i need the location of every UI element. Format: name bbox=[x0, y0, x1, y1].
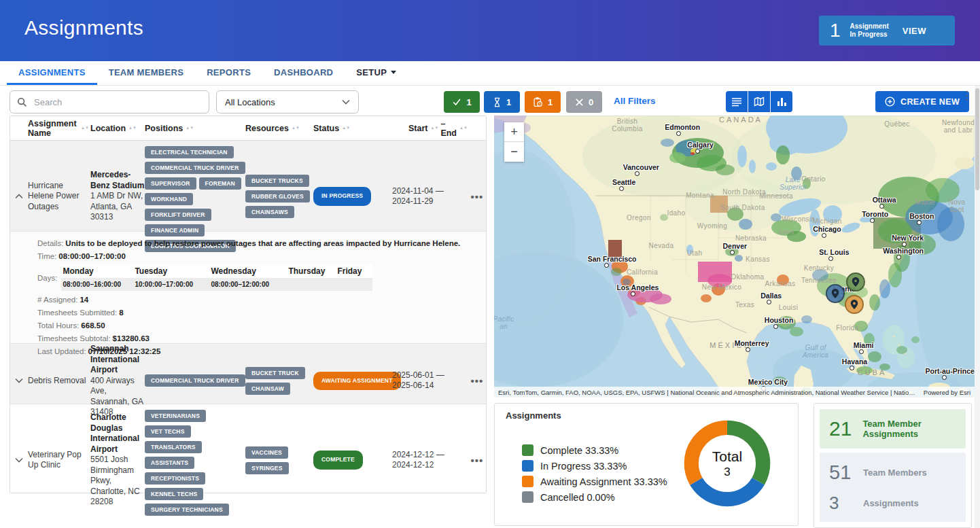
location-pin-icon bbox=[825, 283, 845, 304]
map-region-label: New Mexico bbox=[702, 283, 741, 291]
toolbar-overflow-menu[interactable]: ⋮ bbox=[961, 92, 970, 99]
map-region-label: Idaho bbox=[667, 209, 685, 217]
city-dot-icon bbox=[631, 292, 635, 296]
chevron-down-icon bbox=[15, 378, 23, 383]
city-dot-icon bbox=[942, 375, 947, 380]
map-region-label: Tennessee bbox=[801, 277, 837, 284]
assignment-location: Mercedes-Benz Stadium 1 AMB Dr NW, Atlan… bbox=[90, 141, 145, 252]
position-chip: KENNEL TECHS bbox=[145, 488, 203, 500]
collapse-row-button[interactable] bbox=[10, 141, 28, 252]
resource-chip: SYRINGES bbox=[245, 462, 289, 474]
powered-by-esri: Powered by Esri bbox=[924, 389, 970, 396]
search-box bbox=[10, 90, 209, 113]
day-hours bbox=[336, 278, 372, 291]
chevron-down-icon bbox=[391, 71, 396, 74]
date-range: 2024-11-04 —2024-11-29 bbox=[392, 141, 467, 252]
row-menu-button[interactable]: ••• bbox=[467, 141, 487, 252]
row-menu-button[interactable]: ••• bbox=[467, 404, 487, 516]
chevron-up-icon bbox=[15, 194, 23, 199]
map-region-label: CANADA bbox=[719, 116, 763, 124]
zoom-out-button[interactable]: − bbox=[504, 142, 524, 162]
filter-complete-button[interactable]: 1 bbox=[444, 91, 480, 113]
table-row[interactable]: Debris Removal Savannah International Ai… bbox=[10, 343, 486, 404]
status-badge: AWAITING ASSIGNMENT bbox=[313, 372, 401, 391]
map-pin-complete-charlotte[interactable] bbox=[845, 272, 866, 295]
status-badge: COMPLETE bbox=[313, 451, 363, 470]
tab-setup[interactable]: SETUP bbox=[345, 61, 408, 85]
donut-center-label: Total 3 bbox=[676, 412, 779, 515]
list-view-button[interactable] bbox=[726, 91, 748, 112]
summary-stats-card: 21 Team Member Assignments 51 Team Membe… bbox=[813, 403, 972, 528]
location-pin-icon bbox=[844, 294, 864, 315]
bar-chart-icon bbox=[777, 97, 787, 107]
scrollbar-thumb[interactable] bbox=[975, 88, 979, 190]
table-row[interactable]: Hurricane Helene Power Outages Mercedes-… bbox=[10, 141, 486, 231]
map-region-label: Nebraska bbox=[735, 234, 767, 242]
col-positions[interactable]: Positions▲▼ bbox=[145, 124, 245, 133]
in-progress-count: 1 bbox=[830, 20, 841, 41]
day-header: Monday bbox=[61, 264, 133, 278]
city-dot-icon bbox=[917, 220, 922, 225]
map-view-button[interactable] bbox=[748, 91, 770, 112]
filter-awaiting-button[interactable]: 1 bbox=[525, 91, 561, 113]
zoom-in-button[interactable]: + bbox=[504, 122, 524, 142]
map-region-label: Minnesota bbox=[759, 192, 793, 200]
table-row[interactable]: Veterinary Pop Up Clinic Charlotte Dougl… bbox=[10, 404, 486, 493]
map-icon bbox=[754, 96, 765, 107]
map-pin-in-progress-atlanta[interactable] bbox=[825, 283, 845, 306]
map-region-label: CUBA bbox=[858, 369, 887, 376]
search-input[interactable] bbox=[33, 96, 202, 108]
map-region-label: Iowa bbox=[779, 228, 794, 236]
tab-assignments[interactable]: ASSIGNMENTS bbox=[7, 61, 97, 85]
tab-reports[interactable]: REPORTS bbox=[195, 61, 262, 85]
day-header: Thursday bbox=[287, 264, 336, 278]
view-button[interactable]: VIEW bbox=[903, 26, 926, 36]
stat-gray-block: 51 Team Members 3 Assignments bbox=[820, 453, 966, 522]
position-chip: RECEPTIONISTS bbox=[145, 472, 205, 485]
search-icon bbox=[17, 97, 27, 107]
map-region-label: Maine bbox=[915, 198, 934, 206]
col-resources[interactable]: Resources▲▼ bbox=[245, 124, 313, 133]
map-pin-awaiting-savannah[interactable] bbox=[844, 294, 864, 317]
day-hours: 08:00:00–12:00:00 bbox=[209, 278, 287, 291]
map-region-label: California bbox=[627, 268, 658, 276]
chart-legend: Complete 33.33%In Progress 33.33%Awaitin… bbox=[522, 444, 667, 503]
tab-team-members[interactable]: TEAM MEMBERS bbox=[97, 61, 196, 85]
row-details: Details:Units to be deployed to help res… bbox=[10, 231, 486, 343]
in-progress-widget[interactable]: 1 Assignment In Progress VIEW bbox=[819, 16, 955, 46]
resource-chip: BUCKET TRUCKS bbox=[245, 175, 309, 187]
filter-cancelled-button[interactable]: 0 bbox=[566, 91, 602, 113]
city-dot-icon bbox=[619, 186, 624, 191]
days-schedule-table: MondayTuesdayWednesdayThursdayFriday 08:… bbox=[61, 264, 372, 291]
stat-team-member-assignments: 21 Team Member Assignments bbox=[820, 409, 966, 448]
assignments-map[interactable]: CANADABritish ColumbiaQuébecNewfound and… bbox=[494, 116, 975, 398]
assignments-chart-card: Assignments Complete 33.33%In Progress 3… bbox=[494, 403, 799, 526]
map-region-label: Kansas bbox=[746, 256, 770, 263]
filter-in-progress-button[interactable]: 1 bbox=[484, 91, 520, 113]
map-region-label: Utah bbox=[687, 249, 703, 257]
map-region-label: Kentucky bbox=[804, 264, 834, 272]
location-select[interactable]: All Locations bbox=[216, 90, 359, 113]
col-status[interactable]: Status▲▼ bbox=[313, 124, 392, 133]
city-dot-icon bbox=[773, 324, 778, 329]
list-icon bbox=[731, 97, 742, 107]
create-new-button[interactable]: CREATE NEW bbox=[875, 91, 969, 112]
main-nav: ASSIGNMENTS TEAM MEMBERS REPORTS DASHBOA… bbox=[0, 61, 980, 86]
col-location[interactable]: Location▲▼ bbox=[90, 124, 145, 133]
all-filters-link[interactable]: All Filters bbox=[614, 96, 656, 106]
assignment-location: Charlotte Douglas International Airport … bbox=[90, 404, 145, 516]
col-start-end[interactable]: Start▲▼–End▲▼ bbox=[392, 119, 467, 138]
expand-row-button[interactable] bbox=[10, 404, 28, 516]
tab-dashboard[interactable]: DASHBOARD bbox=[262, 61, 345, 85]
position-chip: FINANCE ADMIN bbox=[145, 224, 205, 236]
resources-list: VACCINESSYRINGES bbox=[245, 404, 313, 516]
position-chip: TRANSLATORS bbox=[145, 441, 202, 453]
col-assignment-name[interactable]: Assignment Name▲▼ bbox=[28, 119, 90, 138]
legend-swatch bbox=[522, 491, 533, 503]
view-toggles bbox=[726, 91, 792, 112]
city-dot-icon bbox=[730, 250, 735, 255]
assignments-table: Assignment Name▲▼ Location▲▼ Positions▲▼… bbox=[10, 116, 487, 493]
chart-view-button[interactable] bbox=[771, 91, 792, 112]
assignment-name: Hurricane Helene Power Outages bbox=[28, 141, 90, 252]
position-chip: FORKLIFT DRIVER bbox=[145, 209, 211, 221]
